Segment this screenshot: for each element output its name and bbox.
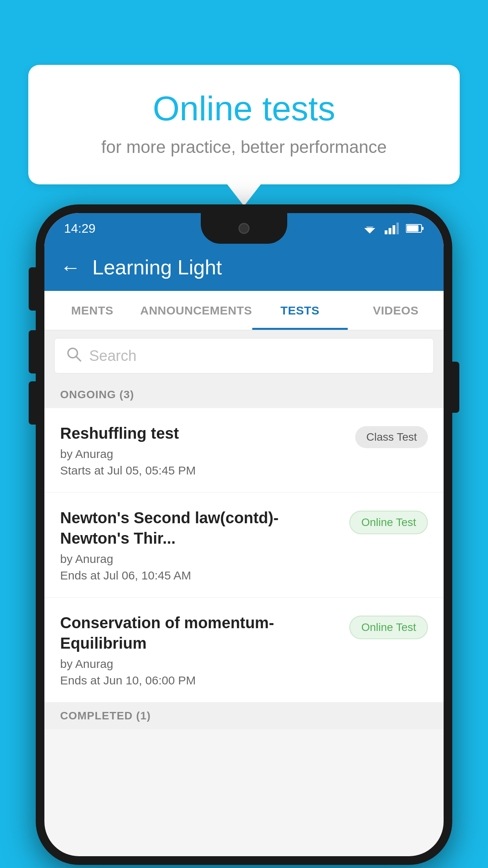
phone-screen: 14:29 [44, 213, 444, 856]
svg-rect-4 [393, 225, 395, 234]
test-author-2: by Anurag [60, 552, 341, 566]
test-badge-2: Online Test [349, 511, 428, 534]
app-title: Learning Light [92, 256, 222, 279]
tab-announcements[interactable]: ANNOUNCEMENTS [140, 291, 252, 330]
camera-dot [238, 223, 250, 234]
svg-rect-7 [422, 227, 424, 230]
search-input-placeholder: Search [89, 348, 136, 364]
test-info-3: Conservation of momentum-Equilibrium by … [60, 612, 341, 687]
test-badge-3: Online Test [349, 616, 428, 639]
status-time: 14:29 [64, 221, 95, 236]
app-bar: ← Learning Light [44, 244, 444, 291]
back-button[interactable]: ← [60, 256, 81, 279]
status-bar: 14:29 [44, 213, 444, 244]
tab-ments[interactable]: MENTS [44, 291, 140, 330]
phone-outer: 14:29 [36, 204, 452, 865]
notch [201, 213, 287, 244]
status-icons [362, 223, 424, 234]
svg-rect-5 [396, 223, 399, 234]
svg-rect-3 [389, 228, 391, 234]
search-container: Search [44, 330, 444, 381]
completed-section-header: COMPLETED (1) [44, 702, 444, 729]
test-author-3: by Anurag [60, 657, 341, 671]
test-date-1: Starts at Jul 05, 05:45 PM [60, 464, 347, 477]
wifi-icon [362, 223, 378, 234]
tab-videos[interactable]: VIDEOS [348, 291, 444, 330]
test-date-2: Ends at Jul 06, 10:45 AM [60, 569, 341, 582]
svg-rect-8 [407, 225, 418, 232]
test-name-1: Reshuffling test [60, 423, 347, 443]
bubble-title: Online tests [60, 88, 428, 129]
test-name-3: Conservation of momentum-Equilibrium [60, 612, 341, 653]
test-badge-1: Class Test [355, 426, 428, 448]
test-info-2: Newton's Second law(contd)-Newton's Thir… [60, 508, 341, 582]
search-icon [66, 347, 81, 365]
test-item-1[interactable]: Reshuffling test by Anurag Starts at Jul… [44, 408, 444, 493]
phone-mockup: 14:29 [36, 204, 452, 865]
test-author-1: by Anurag [60, 447, 347, 461]
tab-tests[interactable]: TESTS [252, 291, 348, 330]
svg-line-10 [76, 357, 81, 361]
test-item-2[interactable]: Newton's Second law(contd)-Newton's Thir… [44, 493, 444, 598]
test-name-2: Newton's Second law(contd)-Newton's Thir… [60, 508, 341, 548]
ongoing-section-header: ONGOING (3) [44, 381, 444, 408]
test-date-3: Ends at Jun 10, 06:00 PM [60, 674, 341, 687]
tabs-bar: MENTS ANNOUNCEMENTS TESTS VIDEOS [44, 291, 444, 330]
search-bar[interactable]: Search [54, 338, 434, 373]
battery-icon [406, 223, 424, 234]
test-list: Reshuffling test by Anurag Starts at Jul… [44, 408, 444, 702]
bubble-subtitle: for more practice, better performance [60, 137, 428, 157]
signal-icon [385, 223, 399, 234]
speech-bubble: Online tests for more practice, better p… [28, 65, 460, 184]
test-item-3[interactable]: Conservation of momentum-Equilibrium by … [44, 598, 444, 702]
svg-rect-2 [385, 230, 387, 234]
test-info-1: Reshuffling test by Anurag Starts at Jul… [60, 423, 347, 477]
